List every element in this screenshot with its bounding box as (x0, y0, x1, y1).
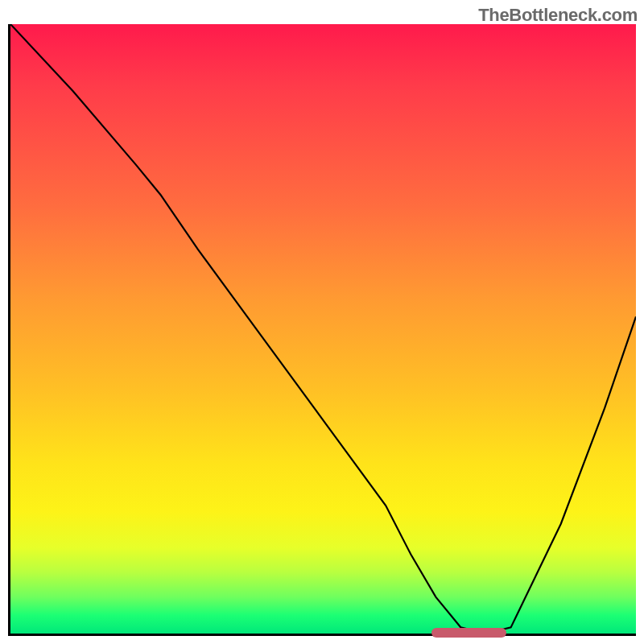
curve-svg (10, 24, 636, 634)
plot-area (8, 24, 636, 636)
watermark-text: TheBottleneck.com (478, 5, 638, 26)
optimal-range-marker (431, 628, 507, 638)
bottleneck-curve-path (10, 24, 636, 634)
chart-container: TheBottleneck.com (0, 0, 644, 644)
